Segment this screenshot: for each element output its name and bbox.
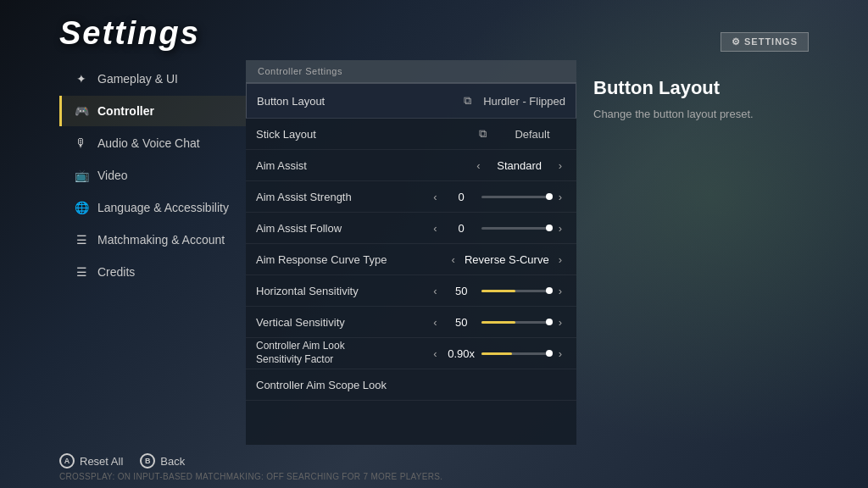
settings-panel: Controller Settings Button Layout⧉Hurdle… bbox=[246, 60, 576, 445]
arrow-right-aim-assist[interactable]: › bbox=[554, 158, 566, 174]
sidebar-icon-video: 📺 bbox=[74, 169, 89, 182]
setting-label-vertical-sensitivity: Vertical Sensitivity bbox=[256, 316, 429, 329]
info-panel: Button Layout Change the button layout p… bbox=[576, 60, 788, 445]
setting-row-button-layout[interactable]: Button Layout⧉Hurdler - Flipped bbox=[246, 83, 576, 119]
arrow-right-aim-assist-strength[interactable]: › bbox=[554, 189, 566, 205]
setting-row-vertical-sensitivity[interactable]: Vertical Sensitivity‹50› bbox=[246, 307, 576, 338]
arrow-left-horizontal-sensitivity[interactable]: ‹ bbox=[429, 283, 441, 299]
arrow-right-horizontal-sensitivity[interactable]: › bbox=[554, 283, 566, 299]
sidebar-label-video: Video bbox=[97, 169, 128, 182]
setting-control-aim-assist: ‹Standard› bbox=[431, 158, 566, 174]
setting-row-aim-response-curve[interactable]: Aim Response Curve Type‹Reverse S-Curve› bbox=[246, 244, 576, 275]
reset-icon: A bbox=[59, 453, 75, 469]
sidebar-icon-credits: ☰ bbox=[74, 265, 89, 279]
sidebar-icon-audio-voice: 🎙 bbox=[74, 136, 89, 150]
arrow-left-aim-assist[interactable]: ‹ bbox=[472, 158, 484, 174]
setting-control-horizontal-sensitivity: ‹50› bbox=[429, 283, 566, 299]
setting-label-button-layout: Button Layout bbox=[257, 95, 430, 108]
sidebar-item-language[interactable]: 🌐Language & Accessibility bbox=[59, 192, 246, 223]
sidebar-item-credits[interactable]: ☰Credits bbox=[59, 257, 246, 287]
back-icon: B bbox=[140, 453, 155, 469]
setting-control-aim-look-factor: ‹0.90x› bbox=[429, 346, 566, 362]
setting-row-aim-assist[interactable]: Aim Assist‹Standard› bbox=[246, 150, 576, 181]
slider-thumb-aim-assist-strength bbox=[546, 193, 553, 200]
sidebar-item-matchmaking[interactable]: ☰Matchmaking & Account bbox=[59, 225, 246, 255]
slider-track-aim-look-factor[interactable] bbox=[481, 352, 549, 355]
sidebar-label-language: Language & Accessibility bbox=[97, 201, 229, 214]
setting-value-aim-assist: Standard bbox=[490, 159, 549, 172]
sidebar-item-gameplay-ui[interactable]: ✦Gameplay & UI bbox=[59, 64, 246, 94]
footer-status: CROSSPLAY: ON INPUT-BASED MATCHMAKING: O… bbox=[59, 472, 809, 481]
setting-row-horizontal-sensitivity[interactable]: Horizontal Sensitivity‹50› bbox=[246, 275, 576, 307]
setting-control-vertical-sensitivity: ‹50› bbox=[429, 314, 566, 330]
setting-value-aim-response-curve: Reverse S-Curve bbox=[465, 253, 549, 266]
sidebar-icon-matchmaking: ☰ bbox=[74, 233, 89, 247]
setting-label-aim-scope-look: Controller Aim Scope Look bbox=[256, 379, 566, 391]
back-button[interactable]: B Back bbox=[140, 453, 185, 469]
setting-control-aim-response-curve: ‹Reverse S-Curve› bbox=[431, 252, 566, 268]
setting-value-vertical-sensitivity: 50 bbox=[447, 316, 476, 329]
setting-value-aim-assist-strength: 0 bbox=[447, 191, 476, 203]
slider-fill-horizontal-sensitivity bbox=[481, 290, 515, 292]
setting-label-aim-assist-strength: Aim Assist Strength bbox=[256, 191, 429, 203]
arrow-left-aim-assist-follow[interactable]: ‹ bbox=[429, 220, 441, 236]
arrow-right-vertical-sensitivity[interactable]: › bbox=[554, 314, 566, 330]
arrow-right-aim-assist-follow[interactable]: › bbox=[554, 220, 566, 236]
setting-control-aim-assist-strength: ‹0› bbox=[429, 189, 566, 205]
sidebar-icon-language: 🌐 bbox=[74, 201, 89, 214]
sidebar-icon-controller: 🎮 bbox=[74, 104, 89, 118]
sidebar: ✦Gameplay & UI🎮Controller🎙Audio & Voice … bbox=[59, 60, 246, 445]
setting-label-horizontal-sensitivity: Horizontal Sensitivity bbox=[256, 285, 429, 297]
info-title: Button Layout bbox=[593, 77, 771, 99]
arrow-left-aim-response-curve[interactable]: ‹ bbox=[448, 252, 459, 268]
arrow-left-aim-assist-strength[interactable]: ‹ bbox=[429, 189, 441, 205]
arrow-right-aim-response-curve[interactable]: › bbox=[554, 252, 566, 268]
panel-header: Controller Settings bbox=[246, 60, 576, 83]
slider-track-vertical-sensitivity[interactable] bbox=[481, 321, 549, 324]
setting-label-aim-assist-follow: Aim Assist Follow bbox=[256, 222, 429, 235]
sidebar-item-video[interactable]: 📺Video bbox=[59, 160, 246, 191]
setting-value-horizontal-sensitivity: 50 bbox=[447, 285, 476, 297]
setting-value-aim-look-factor: 0.90x bbox=[447, 347, 476, 360]
setting-label-aim-assist: Aim Assist bbox=[256, 159, 431, 172]
reset-all-button[interactable]: A Reset All bbox=[59, 453, 123, 469]
setting-label-aim-response-curve: Aim Response Curve Type bbox=[256, 253, 431, 266]
slider-track-aim-assist-strength[interactable] bbox=[481, 196, 549, 198]
arrow-left-vertical-sensitivity[interactable]: ‹ bbox=[429, 314, 441, 330]
setting-row-aim-assist-strength[interactable]: Aim Assist Strength‹0› bbox=[246, 181, 576, 213]
setting-label-aim-look-factor: Controller Aim LookSensitivity Factor bbox=[256, 340, 429, 366]
info-description: Change the button layout preset. bbox=[593, 106, 771, 123]
sidebar-item-controller[interactable]: 🎮Controller bbox=[59, 96, 246, 126]
setting-label-stick-layout: Stick Layout bbox=[256, 128, 431, 141]
setting-row-aim-assist-follow[interactable]: Aim Assist Follow‹0› bbox=[246, 213, 576, 244]
page-title: Settings bbox=[59, 15, 200, 52]
setting-row-aim-scope-look[interactable]: Controller Aim Scope Look bbox=[246, 369, 576, 401]
setting-row-aim-look-factor[interactable]: Controller Aim LookSensitivity Factor‹0.… bbox=[246, 338, 576, 369]
sidebar-label-audio-voice: Audio & Voice Chat bbox=[97, 136, 200, 150]
sidebar-label-gameplay-ui: Gameplay & UI bbox=[97, 72, 178, 86]
settings-list: Button Layout⧉Hurdler - FlippedStick Lay… bbox=[246, 83, 576, 445]
setting-value-aim-assist-follow: 0 bbox=[447, 222, 476, 235]
slider-thumb-vertical-sensitivity bbox=[546, 319, 553, 325]
setting-control-button-layout: ⧉Hurdler - Flipped bbox=[430, 94, 565, 108]
setting-value-stick-layout: Default bbox=[498, 128, 566, 141]
slider-fill-vertical-sensitivity bbox=[481, 321, 515, 324]
arrow-left-aim-look-factor[interactable]: ‹ bbox=[429, 346, 441, 362]
setting-control-stick-layout: ⧉Default bbox=[431, 127, 566, 141]
slider-thumb-aim-assist-follow bbox=[546, 225, 553, 231]
sidebar-label-matchmaking: Matchmaking & Account bbox=[97, 233, 225, 247]
slider-thumb-aim-look-factor bbox=[546, 350, 553, 357]
slider-track-horizontal-sensitivity[interactable] bbox=[481, 290, 549, 292]
sidebar-label-controller: Controller bbox=[97, 104, 154, 118]
footer: A Reset All B Back CROSSPLAY: ON INPUT-B… bbox=[0, 445, 868, 488]
slider-track-aim-assist-follow[interactable] bbox=[481, 227, 549, 230]
settings-badge: ⚙ SETTINGS bbox=[721, 32, 809, 52]
slider-thumb-horizontal-sensitivity bbox=[546, 287, 553, 294]
sidebar-label-credits: Credits bbox=[97, 265, 135, 279]
arrow-right-aim-look-factor[interactable]: › bbox=[554, 346, 566, 362]
setting-row-stick-layout[interactable]: Stick Layout⧉Default bbox=[246, 119, 576, 150]
external-link-icon: ⧉ bbox=[464, 94, 471, 108]
external-link-icon: ⧉ bbox=[479, 127, 487, 141]
sidebar-item-audio-voice[interactable]: 🎙Audio & Voice Chat bbox=[59, 128, 246, 158]
setting-value-button-layout: Hurdler - Flipped bbox=[483, 95, 565, 108]
